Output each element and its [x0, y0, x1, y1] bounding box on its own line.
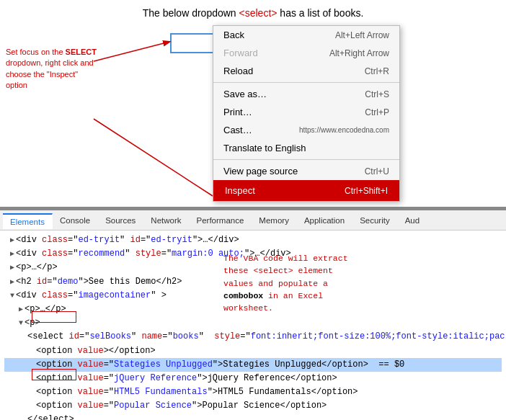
separator-1	[213, 82, 399, 83]
title-suffix: has a list of books.	[277, 7, 363, 19]
print-shortcut: Ctrl+P	[365, 107, 389, 117]
svg-line-1	[94, 119, 213, 196]
page-content: The below dropdown <select> has a list o…	[0, 0, 506, 209]
context-menu-back[interactable]: Back Alt+Left Arrow	[213, 26, 399, 44]
cast-url: https://www.encodedna.com	[299, 126, 389, 134]
context-menu-cast[interactable]: Cast… https://www.encodedna.com	[213, 121, 399, 139]
tab-sources[interactable]: Sources	[98, 213, 143, 228]
devtools-content: The VBA code will extract these <select>…	[0, 231, 506, 420]
tab-application[interactable]: Application	[297, 213, 352, 228]
save-as-label: Save as…	[223, 89, 267, 99]
devtools-panel: Elements Console Sources Network Perform…	[0, 209, 506, 420]
code-line-11: <option value="jQuery Reference">jQuery …	[4, 372, 502, 385]
tab-security[interactable]: Security	[352, 213, 398, 228]
code-line-1: ▶<div class="ed-tryit" id="ed-tryit">…</…	[4, 233, 502, 247]
context-menu-translate[interactable]: Translate to English	[213, 139, 399, 157]
cast-label: Cast…	[223, 125, 252, 135]
print-label: Print…	[223, 107, 252, 117]
inspect-shortcut: Ctrl+Shift+I	[345, 186, 388, 196]
context-menu-inspect[interactable]: Inspect Ctrl+Shift+I	[213, 180, 399, 201]
code-line-10: <option value="Stategies Unplugged">Stat…	[4, 358, 502, 372]
forward-shortcut: Alt+Right Arrow	[329, 48, 389, 58]
code-line-14: </select>	[4, 413, 502, 420]
code-line-9: <option value></option>	[4, 344, 502, 358]
tab-console[interactable]: Console	[53, 213, 98, 228]
vba-annotation: The VBA code will extract these <select>…	[223, 252, 368, 314]
translate-label: Translate to English	[223, 143, 306, 153]
code-line-8: <select id="selBooks" name="books" style…	[4, 330, 502, 344]
page-title: The below dropdown <select> has a list o…	[14, 7, 492, 19]
reload-shortcut: Ctrl+R	[365, 66, 389, 76]
context-menu-view-source[interactable]: View page source Ctrl+U	[213, 162, 399, 180]
code-line-7: ▼<p>	[4, 316, 502, 330]
instruction-text: Set focus on the SELECT dropdown, right …	[6, 47, 99, 91]
context-menu-forward[interactable]: Forward Alt+Right Arrow	[213, 44, 399, 62]
devtools-tab-bar: Elements Console Sources Network Perform…	[0, 210, 506, 231]
code-line-12: <option value="HTML5 Fundamentals">HTML5…	[4, 385, 502, 399]
back-shortcut: Alt+Left Arrow	[335, 30, 389, 40]
reload-label: Reload	[223, 66, 253, 76]
code-line-13: <option value="Popular Science">Popular …	[4, 399, 502, 413]
separator-2	[213, 159, 399, 160]
save-as-shortcut: Ctrl+S	[365, 89, 389, 99]
context-menu-print[interactable]: Print… Ctrl+P	[213, 103, 399, 121]
context-menu: Back Alt+Left Arrow Forward Alt+Right Ar…	[213, 25, 400, 202]
title-prefix: The below dropdown	[143, 7, 239, 19]
view-source-label: View page source	[223, 166, 298, 177]
tab-memory[interactable]: Memory	[252, 213, 297, 228]
tab-audit[interactable]: Aud	[398, 213, 427, 228]
tab-elements[interactable]: Elements	[3, 213, 53, 229]
back-label: Back	[223, 30, 244, 40]
inspect-label: Inspect	[225, 185, 255, 196]
context-menu-save-as[interactable]: Save as… Ctrl+S	[213, 85, 399, 103]
view-source-shortcut: Ctrl+U	[365, 166, 389, 177]
tab-performance[interactable]: Performance	[190, 213, 252, 228]
context-menu-reload[interactable]: Reload Ctrl+R	[213, 62, 399, 80]
title-select: <select>	[239, 7, 278, 19]
tab-network[interactable]: Network	[143, 213, 189, 228]
forward-label: Forward	[223, 48, 258, 58]
